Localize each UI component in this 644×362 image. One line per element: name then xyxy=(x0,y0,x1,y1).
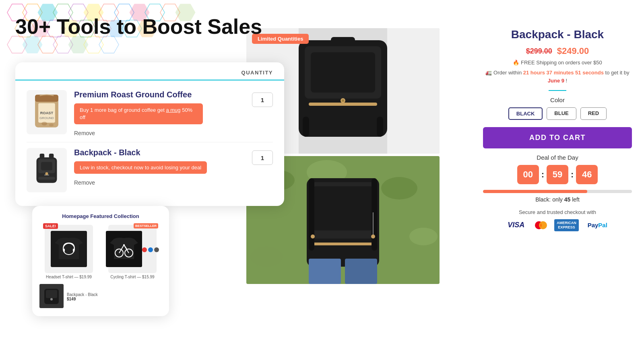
tshirt-name: Headset T-shirt — $19.99 xyxy=(46,275,92,279)
amex-payment-icon: AMERICANEXPRESS xyxy=(554,219,579,231)
svg-rect-58 xyxy=(311,52,375,93)
svg-marker-25 xyxy=(68,36,88,53)
truck-icon: 🚛 xyxy=(485,70,492,76)
countdown-sep-1: : xyxy=(541,169,544,180)
featured-collection-widget: Homepage Featured Collection SALE! xyxy=(32,206,169,316)
coffee-product-image: ROAST GROUND xyxy=(27,90,67,134)
svg-point-62 xyxy=(342,99,344,102)
svg-rect-53 xyxy=(46,290,57,298)
cycling-tshirt-image xyxy=(106,231,142,267)
svg-rect-66 xyxy=(387,28,440,154)
backpack-price: $149 xyxy=(67,297,98,301)
product-title: Backpack - Black xyxy=(483,28,632,41)
urgency-time: 21 hours 37 minutes 51 seconds xyxy=(523,70,604,76)
cart-item-2-quantity[interactable]: 1 xyxy=(252,150,273,165)
payment-icons: VISA AMERICANEXPRESS PayPal xyxy=(483,219,632,231)
page-title: 30+ Tools to Boost Sales xyxy=(15,15,262,38)
svg-rect-84 xyxy=(345,259,377,284)
svg-text:GROUND: GROUND xyxy=(39,116,54,120)
countdown-sep-2: : xyxy=(571,169,574,180)
original-price: $299.00 xyxy=(526,47,552,56)
svg-point-72 xyxy=(250,246,283,267)
cart-item-2-promo: Low in stock, checkout now to avoid losi… xyxy=(74,161,207,174)
svg-rect-37 xyxy=(41,162,52,171)
featured-item-backpack: Backpack - Black $149 xyxy=(39,284,162,308)
secure-checkout-label: Secure and trusted checkout with xyxy=(483,209,632,215)
mastercard-payment-icon xyxy=(533,220,549,230)
swatch-black xyxy=(154,247,159,252)
fire-icon: 🔥 xyxy=(513,60,519,66)
svg-point-33 xyxy=(41,122,47,125)
svg-point-54 xyxy=(50,298,53,300)
cart-item-1-details: Premium Roast Ground Coffee Buy 1 more b… xyxy=(74,90,245,136)
featured-collection-title: Homepage Featured Collection xyxy=(39,213,162,219)
cart-item-1: ROAST GROUND Premium Roast Ground Coffee… xyxy=(15,84,284,142)
sale-badge: SALE! xyxy=(43,223,58,229)
svg-point-70 xyxy=(381,177,417,200)
svg-rect-77 xyxy=(312,243,374,245)
cycling-image-wrapper: BESTSELLER xyxy=(108,225,157,273)
svg-marker-26 xyxy=(84,36,103,53)
svg-rect-40 xyxy=(49,154,54,159)
sale-price: $249.00 xyxy=(557,46,589,56)
cart-header: QUANTITY xyxy=(15,62,284,80)
svg-rect-46 xyxy=(73,249,74,252)
add-to-cart-button[interactable]: ADD TO CART xyxy=(483,127,632,148)
countdown-hours: 00 xyxy=(517,165,539,184)
svg-point-71 xyxy=(409,228,438,245)
svg-point-81 xyxy=(371,234,375,239)
cart-item-2-name: Backpack - Black xyxy=(74,148,245,157)
svg-marker-24 xyxy=(53,36,73,53)
cart-item-2-remove[interactable]: Remove xyxy=(74,179,245,186)
featured-item-cycling: BESTSELLER xyxy=(103,225,162,279)
tshirt-image-wrapper: SALE! xyxy=(45,225,93,273)
svg-rect-63 xyxy=(303,117,309,137)
svg-rect-39 xyxy=(40,154,45,159)
svg-rect-83 xyxy=(309,259,341,284)
backpack-name: Backpack - Black xyxy=(67,292,98,297)
featured-backpack-image xyxy=(39,284,64,308)
cycling-name: Cycling T-shirt — $15.99 xyxy=(110,275,154,279)
cart-item-1-quantity[interactable]: 1 xyxy=(252,93,273,107)
deal-of-day-label: Deal of the Day xyxy=(483,154,632,161)
svg-rect-41 xyxy=(38,177,55,180)
featured-item-tshirt: SALE! Headset T-shirt — $19.99 xyxy=(39,225,98,279)
featured-backpack-info: Backpack - Black $149 xyxy=(67,291,98,301)
color-option-black[interactable]: BLACK xyxy=(508,107,543,120)
paypal-payment-icon: PayPal xyxy=(584,220,611,230)
order-urgency: 🚛 Order within 21 hours 37 minutes 51 se… xyxy=(483,69,632,84)
svg-rect-78 xyxy=(309,178,314,251)
svg-rect-29 xyxy=(35,95,58,102)
stock-bar-fill xyxy=(483,190,587,193)
cart-item-2-qty-wrapper: 1 xyxy=(252,148,273,165)
swatch-red xyxy=(142,247,147,252)
svg-point-50 xyxy=(123,244,125,246)
cart-item-1-remove[interactable]: Remove xyxy=(74,130,245,136)
svg-marker-22 xyxy=(23,36,42,53)
color-option-blue[interactable]: BLUE xyxy=(547,107,576,120)
stock-count: 45 xyxy=(564,196,571,203)
cart-widget: QUANTITY ROAST GROUND Premium Roast Grou… xyxy=(15,62,284,206)
svg-rect-64 xyxy=(377,117,383,137)
color-options: BLACK BLUE RED xyxy=(483,107,632,120)
shipping-info: 🔥 FREE Shipping on orders over $50 xyxy=(483,60,632,66)
svg-point-82 xyxy=(311,234,315,239)
countdown-timer: 00 : 59 : 46 xyxy=(483,165,632,184)
svg-point-42 xyxy=(45,173,48,175)
product-detail-panel: Backpack - Black $299.00 $249.00 🔥 FREE … xyxy=(483,28,632,231)
price-row: $299.00 $249.00 xyxy=(483,46,632,56)
svg-rect-45 xyxy=(63,249,65,252)
svg-marker-27 xyxy=(99,36,119,53)
stock-text: Black: only 45 left xyxy=(483,196,632,203)
backpack-product-image-small xyxy=(27,148,67,192)
cart-item-2: Backpack - Black Low in stock, checkout … xyxy=(15,142,284,198)
tshirt-price: $19.99 xyxy=(79,275,92,279)
bestseller-badge: BESTSELLER xyxy=(134,223,158,228)
stock-progress-bar xyxy=(483,190,632,193)
svg-point-86 xyxy=(539,221,547,229)
cart-item-1-promo: Buy 1 more bag of ground coffee get a mu… xyxy=(74,103,203,124)
svg-text:ROAST: ROAST xyxy=(40,111,54,115)
color-option-red[interactable]: RED xyxy=(580,107,607,120)
countdown-seconds: 46 xyxy=(576,165,598,184)
svg-marker-23 xyxy=(38,36,58,53)
